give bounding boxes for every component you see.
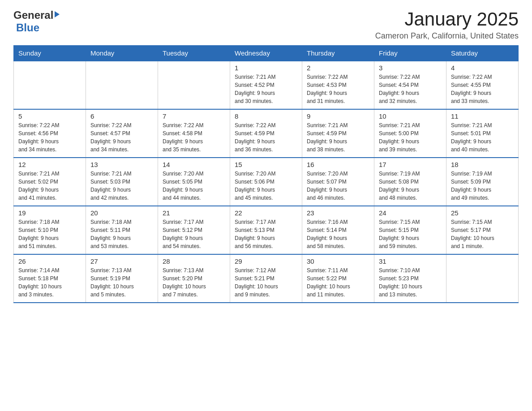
day-number: 22 [235,209,297,217]
day-info: Sunrise: 7:20 AM Sunset: 5:05 PM Dayligh… [163,170,225,202]
day-info: Sunrise: 7:21 AM Sunset: 4:52 PM Dayligh… [235,73,297,105]
day-number: 3 [379,64,442,72]
day-cell: 15Sunrise: 7:20 AM Sunset: 5:06 PM Dayli… [230,158,302,206]
day-info: Sunrise: 7:16 AM Sunset: 5:14 PM Dayligh… [307,218,369,250]
day-info: Sunrise: 7:21 AM Sunset: 4:59 PM Dayligh… [307,121,369,154]
day-cell: 17Sunrise: 7:19 AM Sunset: 5:08 PM Dayli… [374,158,446,206]
header-cell-saturday: Saturday [446,46,519,61]
day-info: Sunrise: 7:22 AM Sunset: 4:59 PM Dayligh… [235,121,297,154]
week-row-1: 1Sunrise: 7:21 AM Sunset: 4:52 PM Daylig… [14,61,519,109]
day-info: Sunrise: 7:21 AM Sunset: 5:01 PM Dayligh… [451,121,514,154]
day-cell: 1Sunrise: 7:21 AM Sunset: 4:52 PM Daylig… [230,61,302,109]
week-row-2: 5Sunrise: 7:22 AM Sunset: 4:56 PM Daylig… [14,109,519,158]
day-number: 5 [18,112,81,120]
location-title: Cameron Park, California, United States [375,31,519,41]
day-number: 28 [163,257,225,265]
day-cell: 4Sunrise: 7:22 AM Sunset: 4:55 PM Daylig… [446,61,519,109]
calendar-header: SundayMondayTuesdayWednesdayThursdayFrid… [14,46,519,61]
day-cell: 8Sunrise: 7:22 AM Sunset: 4:59 PM Daylig… [230,109,302,158]
day-info: Sunrise: 7:21 AM Sunset: 5:00 PM Dayligh… [379,121,442,154]
day-number: 6 [90,112,153,120]
day-number: 29 [235,257,297,265]
day-number: 30 [307,257,369,265]
day-cell: 26Sunrise: 7:14 AM Sunset: 5:18 PM Dayli… [14,254,86,303]
day-info: Sunrise: 7:22 AM Sunset: 4:53 PM Dayligh… [307,73,369,105]
logo-blue-text: Blue [16,21,39,34]
day-number: 14 [163,161,225,168]
header-cell-thursday: Thursday [302,46,374,61]
day-number: 31 [379,257,442,265]
day-cell: 29Sunrise: 7:12 AM Sunset: 5:21 PM Dayli… [230,254,302,303]
day-cell: 30Sunrise: 7:11 AM Sunset: 5:22 PM Dayli… [302,254,374,303]
day-cell: 9Sunrise: 7:21 AM Sunset: 4:59 PM Daylig… [302,109,374,158]
day-number: 13 [90,161,153,168]
day-info: Sunrise: 7:18 AM Sunset: 5:10 PM Dayligh… [18,218,81,250]
day-info: Sunrise: 7:22 AM Sunset: 4:56 PM Dayligh… [18,121,81,154]
day-number: 11 [451,112,514,120]
page-header: General Blue January 2025 Cameron Park, … [13,9,519,41]
day-cell: 21Sunrise: 7:17 AM Sunset: 5:12 PM Dayli… [158,206,230,254]
day-cell: 6Sunrise: 7:22 AM Sunset: 4:57 PM Daylig… [86,109,158,158]
day-cell: 19Sunrise: 7:18 AM Sunset: 5:10 PM Dayli… [14,206,86,254]
day-info: Sunrise: 7:22 AM Sunset: 4:55 PM Dayligh… [451,73,514,105]
day-info: Sunrise: 7:20 AM Sunset: 5:06 PM Dayligh… [235,170,297,202]
day-number: 8 [235,112,297,120]
day-cell: 16Sunrise: 7:20 AM Sunset: 5:07 PM Dayli… [302,158,374,206]
day-number: 16 [307,161,369,168]
day-number: 4 [451,64,514,72]
day-info: Sunrise: 7:21 AM Sunset: 5:02 PM Dayligh… [18,170,81,202]
day-cell: 28Sunrise: 7:13 AM Sunset: 5:20 PM Dayli… [158,254,230,303]
header-cell-tuesday: Tuesday [158,46,230,61]
day-info: Sunrise: 7:20 AM Sunset: 5:07 PM Dayligh… [307,170,369,202]
day-number: 12 [18,161,81,168]
day-number: 19 [18,209,81,217]
day-cell: 20Sunrise: 7:18 AM Sunset: 5:11 PM Dayli… [86,206,158,254]
day-info: Sunrise: 7:18 AM Sunset: 5:11 PM Dayligh… [90,218,153,250]
day-cell: 22Sunrise: 7:17 AM Sunset: 5:13 PM Dayli… [230,206,302,254]
day-number: 17 [379,161,442,168]
calendar-table: SundayMondayTuesdayWednesdayThursdayFrid… [13,45,519,303]
day-number: 24 [379,209,442,217]
header-cell-friday: Friday [374,46,446,61]
day-cell [446,254,519,303]
logo-triangle-icon [55,11,60,17]
day-info: Sunrise: 7:17 AM Sunset: 5:13 PM Dayligh… [235,218,297,250]
day-info: Sunrise: 7:13 AM Sunset: 5:19 PM Dayligh… [90,266,153,299]
day-number: 18 [451,161,514,168]
logo-general-text: General [13,9,53,21]
day-cell: 24Sunrise: 7:15 AM Sunset: 5:15 PM Dayli… [374,206,446,254]
day-info: Sunrise: 7:14 AM Sunset: 5:18 PM Dayligh… [18,266,81,299]
day-number: 1 [235,64,297,72]
day-cell: 23Sunrise: 7:16 AM Sunset: 5:14 PM Dayli… [302,206,374,254]
day-cell [14,61,86,109]
day-number: 15 [235,161,297,168]
day-number: 9 [307,112,369,120]
month-title: January 2025 [375,9,519,30]
day-info: Sunrise: 7:13 AM Sunset: 5:20 PM Dayligh… [163,266,225,299]
header-cell-monday: Monday [86,46,158,61]
week-row-4: 19Sunrise: 7:18 AM Sunset: 5:10 PM Dayli… [14,206,519,254]
day-info: Sunrise: 7:22 AM Sunset: 4:58 PM Dayligh… [163,121,225,154]
day-cell: 7Sunrise: 7:22 AM Sunset: 4:58 PM Daylig… [158,109,230,158]
day-number: 27 [90,257,153,265]
day-cell: 12Sunrise: 7:21 AM Sunset: 5:02 PM Dayli… [14,158,86,206]
day-cell: 14Sunrise: 7:20 AM Sunset: 5:05 PM Dayli… [158,158,230,206]
day-cell: 3Sunrise: 7:22 AM Sunset: 4:54 PM Daylig… [374,61,446,109]
day-cell: 31Sunrise: 7:10 AM Sunset: 5:23 PM Dayli… [374,254,446,303]
day-number: 23 [307,209,369,217]
day-cell: 2Sunrise: 7:22 AM Sunset: 4:53 PM Daylig… [302,61,374,109]
header-cell-sunday: Sunday [14,46,86,61]
day-cell [158,61,230,109]
day-number: 7 [163,112,225,120]
day-info: Sunrise: 7:10 AM Sunset: 5:23 PM Dayligh… [379,266,442,299]
day-cell: 25Sunrise: 7:15 AM Sunset: 5:17 PM Dayli… [446,206,519,254]
day-info: Sunrise: 7:22 AM Sunset: 4:57 PM Dayligh… [90,121,153,154]
day-info: Sunrise: 7:12 AM Sunset: 5:21 PM Dayligh… [235,266,297,299]
day-info: Sunrise: 7:15 AM Sunset: 5:15 PM Dayligh… [379,218,442,250]
day-number: 10 [379,112,442,120]
header-cell-wednesday: Wednesday [230,46,302,61]
day-info: Sunrise: 7:19 AM Sunset: 5:09 PM Dayligh… [451,170,514,202]
day-cell: 18Sunrise: 7:19 AM Sunset: 5:09 PM Dayli… [446,158,519,206]
day-cell: 13Sunrise: 7:21 AM Sunset: 5:03 PM Dayli… [86,158,158,206]
logo: General Blue [13,9,60,34]
